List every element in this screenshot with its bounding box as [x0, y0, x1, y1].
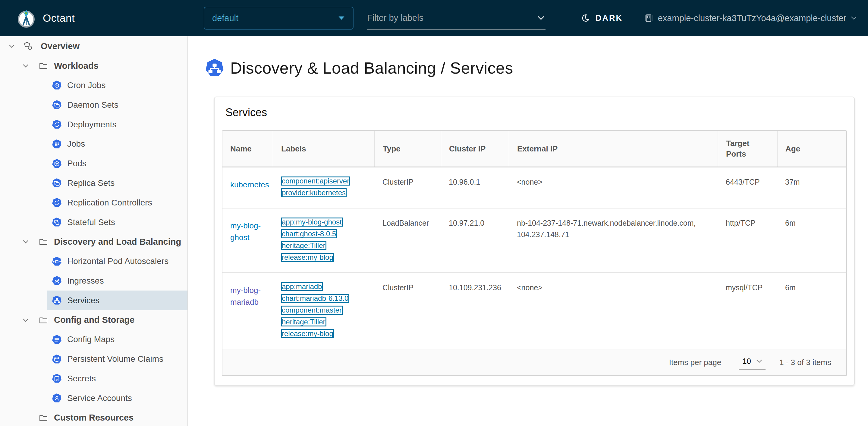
- items-per-page-select[interactable]: 10: [739, 356, 766, 370]
- label-pill[interactable]: chart:mariadb-6.13.0: [281, 294, 349, 303]
- deployments-icon: [52, 119, 62, 130]
- cluster-name: example-cluster-ka3TuTzYo4a@example-clus…: [658, 13, 846, 23]
- sidebar-item-label: Deployments: [67, 120, 116, 130]
- replication-controllers-icon: [52, 198, 62, 207]
- sidebar-item-jobs[interactable]: Jobs: [0, 134, 187, 154]
- label-pill[interactable]: component:master: [281, 306, 343, 315]
- sidebar-item-daemon-sets[interactable]: Daemon Sets: [0, 95, 187, 115]
- sidebar-item-label: Discovery and Load Balancing: [54, 237, 181, 247]
- age: 6m: [777, 208, 846, 273]
- sidebar-item-custom-resources[interactable]: Custom Resources: [0, 408, 187, 426]
- column-header-age: Age: [777, 131, 846, 167]
- sidebar-item-label: Service Accounts: [67, 393, 132, 403]
- sidebar-item-persistent-volume-claims[interactable]: Persistent Volume Claims: [0, 349, 187, 369]
- label-pill[interactable]: heritage:Tiller: [281, 317, 327, 326]
- label-pill[interactable]: release:my-blog: [281, 253, 334, 262]
- sidebar-item-cron-jobs[interactable]: Cron Jobs: [0, 76, 187, 95]
- sidebar-item-services[interactable]: Services: [0, 290, 187, 310]
- target-ports: http/TCP: [718, 208, 777, 273]
- sidebar-item-config-maps[interactable]: Config Maps: [0, 330, 187, 349]
- sidebar-item-stateful-sets[interactable]: Stateful Sets: [0, 212, 187, 232]
- sidebar-item-label: Jobs: [67, 139, 85, 149]
- page-title: Discovery & Load Balancing / Services: [230, 59, 513, 77]
- sidebar-item-secrets[interactable]: Secrets: [0, 369, 187, 389]
- chevron-down-icon[interactable]: [21, 61, 30, 70]
- target-ports: 6443/TCP: [718, 167, 777, 208]
- cluster-host-icon: [644, 13, 654, 23]
- service-type: ClusterIP: [375, 273, 441, 349]
- sidebar-item-config-and-storage[interactable]: Config and Storage: [0, 310, 187, 330]
- config-maps-icon: [52, 335, 62, 344]
- items-per-page-value: 10: [742, 357, 751, 366]
- app-header: Octant default DARK example-cluster-ka3T…: [0, 0, 868, 36]
- label-pill[interactable]: release:my-blog: [281, 329, 334, 338]
- sidebar-item-label: Custom Resources: [54, 413, 133, 423]
- age: 6m: [777, 273, 846, 349]
- brand: Octant: [0, 8, 163, 28]
- column-header-external-ip: External IP: [509, 131, 718, 167]
- chevron-down-icon[interactable]: [21, 316, 30, 324]
- services-card: Services NameLabelsTypeCluster IPExterna…: [214, 96, 855, 386]
- sidebar-item-label: Config and Storage: [54, 315, 134, 325]
- sidebar-item-label: Services: [67, 296, 99, 305]
- chevron-down-icon[interactable]: [21, 237, 30, 246]
- sidebar-item-discovery-and-load-balancing[interactable]: Discovery and Load Balancing: [0, 232, 187, 252]
- moon-icon: [581, 13, 591, 23]
- folder-icon: [38, 61, 48, 70]
- sidebar-item-horizontal-pod-autoscalers[interactable]: Horizontal Pod Autoscalers: [0, 252, 187, 271]
- cluster-ip: 10.97.21.0: [441, 208, 509, 273]
- sidebar-item-replica-sets[interactable]: Replica Sets: [0, 173, 187, 193]
- sidebar-item-service-accounts[interactable]: Service Accounts: [0, 388, 187, 408]
- sidebar-item-deployments[interactable]: Deployments: [0, 115, 187, 134]
- label-pill[interactable]: chart:ghost-8.0.5: [281, 229, 337, 238]
- service-name-link[interactable]: kubernetes: [230, 179, 269, 191]
- sidebar-item-ingresses[interactable]: Ingresses: [0, 271, 187, 291]
- table-row: my-blog-mariadbapp:mariadbchart:mariadb-…: [222, 273, 846, 349]
- chevron-down-icon[interactable]: [7, 41, 16, 51]
- services-page-icon: [205, 58, 224, 78]
- sidebar-item-overview[interactable]: Overview: [0, 36, 187, 56]
- namespace-select[interactable]: default: [204, 7, 353, 30]
- jobs-icon: [52, 139, 62, 149]
- column-header-labels: Labels: [273, 131, 375, 167]
- cluster-selector[interactable]: example-cluster-ka3TuTzYo4a@example-clus…: [644, 0, 857, 36]
- service-type: LoadBalancer: [375, 208, 441, 273]
- theme-toggle-button[interactable]: DARK: [581, 0, 623, 36]
- cron-jobs-icon: [52, 80, 62, 90]
- sidebar-item-workloads[interactable]: Workloads: [0, 56, 187, 76]
- table-row: kubernetescomponent:apiserverprovider:ku…: [222, 167, 846, 208]
- sidebar-item-label: Daemon Sets: [67, 100, 119, 110]
- sidebar-item-label: Persistent Volume Claims: [67, 354, 163, 364]
- namespace-value: default: [212, 13, 338, 23]
- label-pill[interactable]: provider:kubernetes: [281, 188, 347, 197]
- folder-icon: [38, 237, 48, 247]
- chevron-down-icon[interactable]: [536, 13, 546, 22]
- label-pill[interactable]: heritage:Tiller: [281, 241, 327, 250]
- label-pill[interactable]: component:apiserver: [281, 176, 350, 186]
- sidebar-item-replication-controllers[interactable]: Replication Controllers: [0, 193, 187, 212]
- label-pill[interactable]: app:my-blog-ghost: [281, 218, 343, 227]
- service-name-link[interactable]: my-blog-ghost: [230, 220, 268, 244]
- column-header-cluster-ip: Cluster IP: [441, 131, 509, 167]
- service-name-link[interactable]: my-blog-mariadb: [230, 284, 268, 308]
- table-header-row: NameLabelsTypeCluster IPExternal IPTarge…: [222, 131, 846, 167]
- sidebar-item-pods[interactable]: Pods: [0, 154, 187, 173]
- sidebar-item-label: Secrets: [67, 374, 96, 384]
- items-per-page-label: Items per page: [669, 358, 721, 367]
- cluster-ip: 10.109.231.236: [441, 273, 509, 349]
- sidebar-item-label: Pods: [67, 159, 87, 168]
- sidebar-item-label: Config Maps: [67, 335, 115, 344]
- app-title: Octant: [43, 12, 75, 24]
- services-table: NameLabelsTypeCluster IPExternal IPTarge…: [222, 130, 847, 376]
- sidebar-item-label: Replication Controllers: [67, 198, 152, 207]
- label-pill[interactable]: app:mariadb: [281, 282, 323, 291]
- daemon-sets-icon: [52, 100, 62, 110]
- persistent-volume-claims-icon: [52, 354, 62, 364]
- service-accounts-icon: [52, 393, 62, 403]
- label-filter: [367, 7, 546, 30]
- card-title: Services: [225, 106, 847, 119]
- table-row: my-blog-ghostapp:my-blog-ghostchart:ghos…: [222, 208, 846, 273]
- target-ports: mysql/TCP: [718, 273, 777, 349]
- label-filter-input[interactable]: [367, 13, 536, 23]
- folder-icon: [38, 315, 48, 325]
